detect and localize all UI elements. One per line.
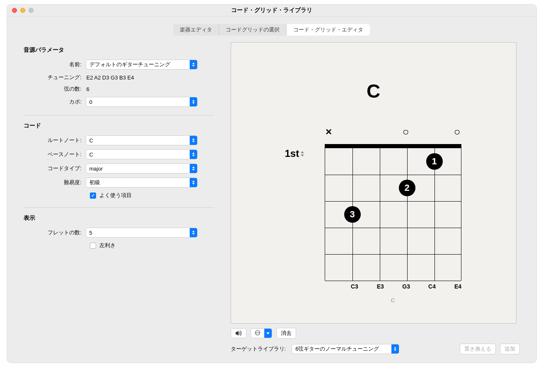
note-labels-row: C3E3G3C4E4 (323, 283, 464, 290)
content-area: 音源パラメータ 名前: デフォルトのギターチューニング チューニング: E2 A… (7, 42, 536, 363)
nut (325, 144, 461, 148)
label-strings: 弦の数: (24, 85, 86, 93)
chord-display-name: C (367, 80, 380, 102)
svg-point-1 (256, 332, 257, 333)
select-target-library-value: 6弦ギターのノーマルチューニング (295, 345, 379, 353)
window-title: コード・グリッド・ライブラリ (7, 7, 536, 14)
open-string-icon: ○ (453, 125, 461, 138)
checkbox-favorite[interactable] (90, 192, 96, 199)
chevron-down-icon (264, 329, 272, 338)
select-capo-value: 0 (89, 99, 92, 105)
play-sound-button[interactable] (231, 328, 246, 338)
label-difficulty: 難易度: (24, 179, 86, 186)
label-target-library: ターゲットライブラリ: (231, 345, 286, 353)
note-label: E4 (452, 283, 463, 290)
string-markers-row: ×○○ (325, 125, 461, 138)
chevron-updown-icon (190, 136, 197, 145)
tab-chord-grid-editor[interactable]: コード・グリッド・エディタ (287, 24, 370, 36)
select-chord-type[interactable]: major (86, 164, 198, 173)
checkbox-lefty[interactable] (90, 243, 96, 249)
string-marker-blank (427, 125, 436, 138)
ellipsis-icon (251, 330, 264, 337)
divider (24, 115, 214, 115)
open-string-icon: ○ (402, 125, 410, 138)
chord-sublabel: C (325, 297, 461, 303)
select-chord-type-value: major (89, 166, 103, 172)
label-name: 名前: (24, 61, 86, 68)
select-name[interactable]: デフォルトのギターチューニング (86, 60, 198, 70)
add-button[interactable]: 追加 (500, 344, 520, 354)
select-capo[interactable]: 0 (86, 97, 198, 107)
select-fret-count-value: 5 (89, 230, 92, 236)
label-favorite: よく使う項目 (99, 192, 132, 199)
options-dropdown-button[interactable] (251, 328, 272, 338)
chevron-updown-icon (190, 60, 197, 69)
titlebar: コード・グリッド・ライブラリ (7, 5, 536, 17)
select-root-note[interactable]: C (86, 135, 198, 145)
note-label (323, 283, 335, 290)
fretboard-area: 1st ×○○ 123 C3E3G3C4E4 C (283, 125, 464, 303)
string-marker-blank (376, 125, 384, 138)
select-fret-count[interactable]: 5 (86, 228, 198, 238)
note-label: E3 (374, 283, 386, 290)
select-bass-note-value: C (89, 152, 93, 158)
divider (24, 207, 214, 208)
section-chord: コード (24, 122, 214, 130)
label-fret-count: フレットの数: (24, 229, 86, 236)
right-panel: C 1st ×○○ 123 C3E3G3C4E4 C (231, 42, 520, 354)
tab-bar: 楽器エディタ コードグリッドの選択 コード・グリッド・エディタ (7, 17, 536, 42)
select-root-note-value: C (89, 137, 93, 144)
section-sound-params: 音源パラメータ (24, 46, 214, 54)
string-marker-blank (350, 125, 359, 138)
value-tuning: E2 A2 D3 G3 B3 E4 (86, 75, 214, 81)
target-library-row: ターゲットライブラリ: 6弦ギターのノーマルチューニング 置き換える 追加 (231, 344, 520, 354)
clear-button[interactable]: 消去 (276, 328, 296, 339)
segmented-control: 楽器エディタ コードグリッドの選択 コード・グリッド・エディタ (173, 24, 370, 36)
label-lefty: 左利き (99, 242, 116, 249)
finger-dot[interactable]: 3 (344, 206, 361, 223)
finger-dot[interactable]: 1 (426, 153, 443, 170)
tab-chord-grid-select[interactable]: コードグリッドの選択 (219, 24, 287, 36)
select-name-value: デフォルトのギターチューニング (89, 61, 170, 68)
label-tuning: チューニング: (24, 74, 86, 81)
select-difficulty-value: 初級 (89, 179, 100, 186)
svg-point-2 (257, 332, 258, 333)
fret-position-stepper[interactable]: 1st (285, 148, 304, 159)
note-label: C3 (349, 283, 360, 290)
section-display: 表示 (24, 214, 214, 222)
tab-instrument-editor[interactable]: 楽器エディタ (173, 24, 219, 36)
chevron-updown-icon (190, 164, 197, 173)
label-root-note: ルートノート: (24, 137, 86, 144)
window: コード・グリッド・ライブラリ 楽器エディタ コードグリッドの選択 コード・グリッ… (7, 4, 537, 363)
bottom-controls: 消去 (231, 328, 520, 339)
chevron-updown-icon (190, 228, 197, 237)
speaker-icon (235, 330, 242, 336)
chevron-updown-icon (391, 344, 399, 354)
svg-point-3 (258, 332, 259, 333)
select-difficulty[interactable]: 初級 (86, 178, 198, 188)
select-bass-note[interactable]: C (86, 149, 198, 159)
chevron-updown-icon (190, 150, 197, 159)
grid-wrap: 123 (325, 144, 464, 281)
replace-button[interactable]: 置き換える (460, 344, 496, 354)
chevron-updown-icon (190, 178, 197, 187)
chord-diagram-panel: C 1st ×○○ 123 C3E3G3C4E4 C (231, 42, 516, 324)
value-strings: 6 (86, 86, 214, 92)
select-target-library[interactable]: 6弦ギターのノーマルチューニング (292, 344, 399, 354)
note-label: C4 (426, 283, 438, 290)
finger-dot[interactable]: 2 (399, 180, 415, 196)
label-chord-type: コードタイプ: (24, 165, 86, 172)
stepper-icon (301, 151, 304, 156)
note-label: G3 (401, 283, 412, 290)
fret-position-label: 1st (285, 148, 299, 159)
fretboard-grid[interactable]: 123 (325, 148, 461, 281)
chevron-updown-icon (190, 97, 197, 106)
muted-string-icon: × (325, 125, 333, 138)
label-capo: カポ: (24, 98, 86, 106)
left-panel: 音源パラメータ 名前: デフォルトのギターチューニング チューニング: E2 A… (24, 42, 214, 354)
label-bass-note: ベースノート: (24, 151, 86, 158)
